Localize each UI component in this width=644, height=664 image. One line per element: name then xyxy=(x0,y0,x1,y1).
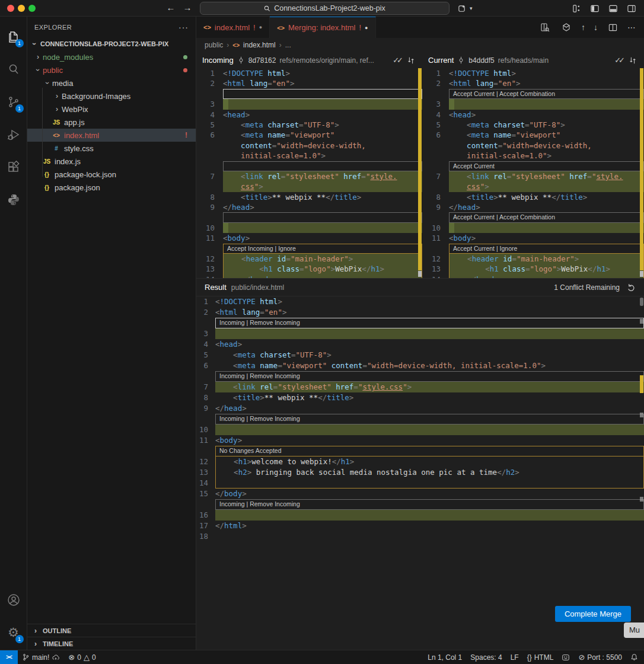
merge-action-strip[interactable]: Accept Current | Accept Combination xyxy=(449,89,644,99)
branch-status-item[interactable]: main! xyxy=(18,650,64,664)
compare-changes-icon[interactable] xyxy=(629,56,637,65)
nav-back-icon[interactable]: ← xyxy=(165,2,177,12)
language-mode-item[interactable]: {} HTML xyxy=(523,650,558,664)
code-line xyxy=(223,223,422,233)
account-icon[interactable] xyxy=(0,583,27,616)
merge-action-strip[interactable]: Incoming | Remove Incoming xyxy=(215,371,644,382)
eol-item[interactable]: LF xyxy=(506,650,523,664)
previous-conflict-icon[interactable]: ↑ xyxy=(581,23,585,32)
tab-index-html[interactable]: <> index.html ! ● xyxy=(196,17,270,38)
apply-stash-icon[interactable] xyxy=(560,21,573,33)
toggle-panel-icon[interactable] xyxy=(607,2,620,14)
tree-item-index-js[interactable]: JSindex.js xyxy=(27,155,196,168)
accept-all-current-icon[interactable]: ✓✓ xyxy=(614,56,623,65)
current-pane[interactable]: 1<!DOCTYPE html>2<html lang="en">Accept … xyxy=(422,68,644,278)
merge-action-strip[interactable]: Accept Incoming | Ignore xyxy=(223,244,422,254)
python-icon[interactable] xyxy=(0,183,27,216)
chevron-down-icon[interactable]: › xyxy=(43,78,52,88)
remote-indicator[interactable]: >< xyxy=(0,650,18,664)
accept-all-incoming-icon[interactable]: ✓✓ xyxy=(393,56,401,65)
tree-item-node-modules[interactable]: ›node_modules xyxy=(27,50,196,63)
customize-layout-icon[interactable] xyxy=(570,2,583,14)
nav-forward-icon[interactable]: → xyxy=(181,2,193,12)
breadcrumb[interactable]: public › <> index.html › ... xyxy=(196,38,644,52)
tree-item-app-js[interactable]: JSapp.js xyxy=(27,116,196,129)
merge-action-strip[interactable]: Accept Current | Ignore xyxy=(449,244,644,254)
settings-gear-icon[interactable]: ⚙ 1 xyxy=(0,616,27,649)
extensions-icon[interactable] xyxy=(0,151,27,183)
macos-minimize-button[interactable] xyxy=(18,5,25,12)
tree-item-media[interactable]: ›media xyxy=(27,76,196,90)
merge-action-strip[interactable]: Incoming | Remove Incoming xyxy=(215,499,644,510)
merge-action-row: Incoming | Remove Incoming xyxy=(196,371,644,382)
macos-close-button[interactable] xyxy=(7,5,14,12)
session-actions-icon[interactable] xyxy=(455,2,468,14)
tree-item-package-json[interactable]: {}package.json xyxy=(27,181,196,194)
cursor-position-item[interactable]: Ln 1, Col 1 xyxy=(423,650,466,664)
modified-dot-icon[interactable]: ● xyxy=(365,25,368,31)
breadcrumb-file[interactable]: index.html xyxy=(243,41,276,49)
merge-action-strip[interactable]: Accept Current xyxy=(449,161,644,171)
circle-slash-icon: ⊘ xyxy=(578,653,585,662)
code-row: 2<html lang="en"> xyxy=(196,307,644,318)
compare-changes-icon[interactable] xyxy=(407,56,415,65)
tree-item-package-lock-json[interactable]: {}package-lock.json xyxy=(27,168,196,181)
scrollbar-slider[interactable] xyxy=(418,271,422,277)
toggle-primary-sidebar-icon[interactable] xyxy=(588,2,601,14)
tab-merging-index-html[interactable]: <> Merging: index.html ! ● xyxy=(270,17,375,38)
tree-item-webpix[interactable]: ›WebPix xyxy=(27,103,196,116)
breadcrumb-folder[interactable]: public xyxy=(205,41,223,49)
line-number: 14 xyxy=(422,274,449,278)
overview-ruler-modified[interactable] xyxy=(418,68,422,270)
breadcrumb-symbol[interactable]: ... xyxy=(285,41,291,49)
feedback-smiley-icon[interactable] xyxy=(557,650,574,664)
search-icon[interactable] xyxy=(0,53,27,85)
chevron-right-icon[interactable]: › xyxy=(52,105,62,113)
chevron-down-icon[interactable]: › xyxy=(34,65,42,75)
scrollbar-slider[interactable] xyxy=(640,271,643,277)
timeline-section[interactable]: › TIMELINE xyxy=(27,637,196,650)
outline-section[interactable]: › OUTLINE xyxy=(27,624,196,637)
more-actions-icon[interactable]: ⋯ xyxy=(627,23,636,32)
command-center-search[interactable]: ConnectionsLab-Project2-web-pix xyxy=(200,2,449,15)
merge-action-strip[interactable]: Accept Current | Accept Combination xyxy=(449,212,644,222)
problems-status-item[interactable]: ⊗ 0 △ 0 xyxy=(64,650,100,664)
result-pane[interactable]: 1<!DOCTYPE html>2<html lang="en">Incomin… xyxy=(196,296,644,650)
modified-dot-icon[interactable]: ● xyxy=(259,24,262,30)
line-number: 5 xyxy=(196,350,215,360)
merge-action-strip[interactable]: No Changes Accepted xyxy=(215,446,644,456)
merge-action-strip[interactable]: Incoming | Remove Incoming xyxy=(215,318,644,328)
run-debug-icon[interactable] xyxy=(0,118,27,151)
code-row: 5 <meta charset="UTF-8"> xyxy=(196,120,422,130)
scrollbar-slider[interactable] xyxy=(640,298,643,306)
macos-maximize-button[interactable] xyxy=(28,5,36,12)
line-number: 12 xyxy=(196,456,215,467)
port-status-item[interactable]: ⊘ Port : 5500 xyxy=(574,650,626,664)
indentation-item[interactable]: Spaces: 4 xyxy=(466,650,506,664)
overview-ruler-modified[interactable] xyxy=(640,68,643,270)
open-changes-editor-icon[interactable] xyxy=(538,21,551,33)
toggle-secondary-sidebar-icon[interactable] xyxy=(625,2,638,14)
discard-changes-icon[interactable] xyxy=(627,283,636,292)
tree-item-index-html[interactable]: <>index.html! xyxy=(27,129,196,142)
explorer-more-actions-icon[interactable]: ··· xyxy=(178,23,189,32)
merge-action-strip[interactable]: Incoming | Remove Incoming xyxy=(215,414,644,424)
explorer-icon[interactable]: 1 xyxy=(0,20,27,53)
source-control-icon[interactable]: 1 xyxy=(0,85,27,118)
tree-item-style-css[interactable]: #style.css xyxy=(27,142,196,155)
split-editor-icon[interactable] xyxy=(606,21,619,33)
tree-item-background-images[interactable]: ›Background-Images xyxy=(27,90,196,103)
code-row: 1<!DOCTYPE html> xyxy=(196,296,644,307)
tree-item-public[interactable]: ›public xyxy=(27,63,196,76)
chevron-right-icon[interactable]: › xyxy=(52,92,62,100)
notifications-bell-icon[interactable] xyxy=(626,650,644,664)
workspace-root-item[interactable]: › CONNECTIONSLAB-PROJECT2-WEB-PIX xyxy=(27,37,196,50)
chevron-right-icon[interactable]: › xyxy=(33,53,43,61)
code-line: <!DOCTYPE html> xyxy=(223,68,422,78)
complete-merge-button[interactable]: Complete Merge xyxy=(555,606,631,622)
line-number xyxy=(196,161,223,171)
incoming-pane[interactable]: 1<!DOCTYPE html>2<html lang="en">34<head… xyxy=(196,68,422,278)
code-line: content="width=device-width, xyxy=(223,141,422,151)
code-line: <meta charset="UTF-8"> xyxy=(223,120,422,130)
next-conflict-icon[interactable]: ↓ xyxy=(594,23,598,32)
